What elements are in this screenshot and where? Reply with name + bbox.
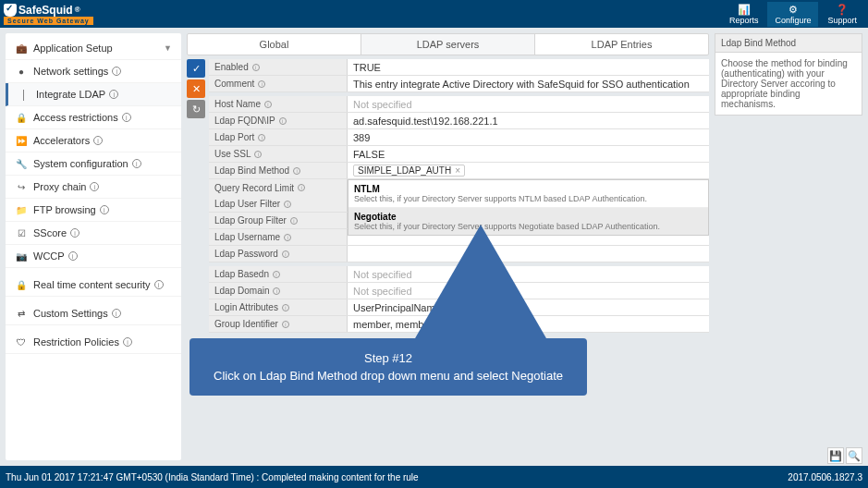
sidebar-icon: ⏩ (15, 136, 28, 146)
sidebar-item-accelerators[interactable]: ⏩Acceleratorsi (6, 129, 181, 152)
sidebar-icon: ☑ (15, 228, 28, 238)
callout-title: Step #12 (208, 351, 568, 365)
top-bar: SafeSquid ® Secure Web Gateway 📊 Reports… (0, 0, 868, 28)
sidebar-item-sscore[interactable]: ☑SScorei (6, 222, 181, 245)
field-input-bind[interactable]: SIMPLE_LDAP_AUTH× (348, 163, 709, 178)
step-callout: Step #12 Click on Ldap Bind Method drop … (189, 338, 587, 396)
footer-version: 2017.0506.1827.3 (788, 472, 862, 482)
sidebar-item-label: Restriction Policies (33, 336, 119, 348)
tab-global[interactable]: Global (188, 34, 361, 55)
sidebar-item-label: Proxy chain (33, 181, 86, 192)
tabs: Global LDAP servers LDAP Entries (187, 33, 709, 55)
info-icon: i (93, 136, 103, 145)
action-delete-button[interactable]: ✕ (187, 79, 205, 98)
info-icon: i (112, 67, 121, 76)
info-icon: i (90, 182, 99, 191)
field-label-fqdn: Ldap FQDN\IPi (209, 113, 348, 128)
search-button[interactable]: 🔍 (846, 447, 862, 464)
bind-method-tag[interactable]: SIMPLE_LDAP_AUTH× (353, 165, 465, 177)
action-check-button[interactable]: ✓ (187, 59, 205, 78)
field-input-fqdn[interactable]: ad.safesquid.test\192.168.221.1 (348, 113, 709, 128)
sidebar-item-system-configuration[interactable]: 🔧System configurationi (6, 152, 181, 176)
field-value[interactable]: Not specified (353, 99, 412, 110)
sidebar-item-label: SScore (33, 227, 67, 238)
footer-buttons: 💾 🔍 (827, 447, 862, 464)
tab-ldap-entries[interactable]: LDAP Entries (535, 34, 708, 55)
right-panel: Ldap Bind Method Choose the method for b… (715, 33, 862, 460)
field-input-comment[interactable]: This entry integrate Active Directory wi… (348, 76, 709, 92)
sidebar-item-real-time-content-security[interactable]: 🔒Real time content securityi (6, 274, 181, 297)
sidebar-item-access-restrictions[interactable]: 🔒Access restrictionsi (6, 106, 181, 129)
configure-icon: ⚙ (775, 4, 811, 16)
sidebar-item-label: Custom Settings (33, 308, 108, 319)
logo: SafeSquid ® Secure Web Gateway (4, 3, 93, 25)
field-value[interactable]: This entry integrate Active Directory wi… (353, 79, 690, 90)
sidebar-icon: ↪ (15, 182, 28, 192)
field-value[interactable]: Not specified (353, 286, 412, 297)
field-label-qrl: Query Record Limiti (209, 179, 348, 196)
info-icon: i (258, 134, 265, 141)
footer-status: Thu Jun 01 2017 17:21:47 GMT+0530 (India… (6, 472, 419, 482)
sidebar-item-ftp-browsing[interactable]: 📁FTP browsingi (6, 199, 181, 222)
callout-arrow (411, 225, 550, 345)
right-panel-header: Ldap Bind Method (715, 33, 862, 52)
sidebar-icon: ⇄ (15, 309, 28, 319)
info-icon: i (252, 64, 260, 71)
sidebar-item-wccp[interactable]: 📷WCCPi (6, 245, 181, 268)
info-icon: i (70, 228, 79, 238)
save-button[interactable]: 💾 (827, 447, 844, 464)
field-value[interactable]: TRUE (353, 62, 381, 73)
info-icon: i (273, 271, 280, 278)
dropdown-option-ntlm[interactable]: NTLMSelect this, if your Directory Serve… (348, 180, 708, 208)
info-icon: i (109, 90, 118, 99)
sidebar-icon: 💼 (15, 43, 28, 54)
nav-label: Reports (729, 16, 759, 25)
field-label-ufilter: Ldap User Filteri (209, 196, 348, 212)
sidebar-icon: 🔧 (15, 159, 28, 169)
support-icon: ❓ (827, 4, 857, 16)
info-icon: i (273, 287, 280, 295)
field-value[interactable]: 389 (353, 132, 370, 143)
tab-ldap-servers[interactable]: LDAP servers (361, 34, 535, 55)
nav-reports[interactable]: 📊 Reports (722, 2, 766, 27)
field-label-login: Login Attributesi (209, 299, 348, 315)
nav-configure[interactable]: ⚙ Configure (767, 2, 818, 27)
sidebar-icon: ● (15, 67, 28, 77)
field-label-host: Host Namei (209, 96, 348, 112)
sidebar-item-label: WCCP (33, 250, 65, 262)
field-value[interactable]: Not specified (353, 269, 412, 280)
sidebar-icon: 📷 (15, 251, 28, 262)
field-label-comment: Commenti (209, 76, 348, 92)
sidebar-item-network-settings[interactable]: ●Network settingsi (6, 60, 181, 83)
sidebar-item-custom-settings[interactable]: ⇄Custom Settingsi (6, 302, 181, 325)
field-label-uname: Ldap Usernamei (209, 229, 348, 245)
info-icon: i (254, 151, 262, 158)
logo-text: SafeSquid (18, 4, 73, 17)
sidebar-item-proxy-chain[interactable]: ↪Proxy chaini (6, 176, 181, 199)
field-input-host[interactable]: Not specified (348, 96, 709, 112)
nav-support[interactable]: ❓ Support (820, 2, 864, 27)
field-input-port[interactable]: 389 (348, 129, 709, 145)
sidebar-item-label: Real time content security (33, 279, 151, 290)
field-input-enabled[interactable]: TRUE (348, 59, 709, 75)
sidebar-item-restriction-policies[interactable]: 🛡Restriction Policiesi (6, 331, 181, 354)
sidebar-item-label: Application Setup (33, 43, 113, 54)
sidebar-item-integrate-ldap[interactable]: │Integrate LDAPi (6, 83, 181, 106)
action-refresh-button[interactable]: ↻ (187, 100, 205, 118)
field-label-port: Ldap Porti (209, 129, 348, 145)
sidebar-item-application-setup[interactable]: 💼Application Setup▼ (6, 37, 181, 60)
logo-reg: ® (75, 6, 80, 14)
field-value[interactable]: ad.safesquid.test\192.168.221.1 (353, 116, 498, 127)
logo-tagline: Secure Web Gateway (4, 17, 93, 25)
field-input-ssl[interactable]: FALSE (348, 146, 709, 162)
field-label-bind: Ldap Bind Methodi (209, 163, 348, 178)
sidebar-item-label: System configuration (33, 158, 128, 169)
chevron-down-icon: ▼ (164, 43, 172, 53)
info-icon: i (112, 309, 121, 318)
sidebar-icon: 🔒 (15, 280, 28, 290)
field-label-domain: Ldap Domaini (209, 283, 348, 299)
sidebar-item-label: Network settings (33, 66, 108, 77)
tag-remove-icon[interactable]: × (455, 165, 460, 176)
field-value[interactable]: FALSE (353, 149, 385, 160)
action-column: ✓ ✕ ↻ (187, 59, 205, 460)
